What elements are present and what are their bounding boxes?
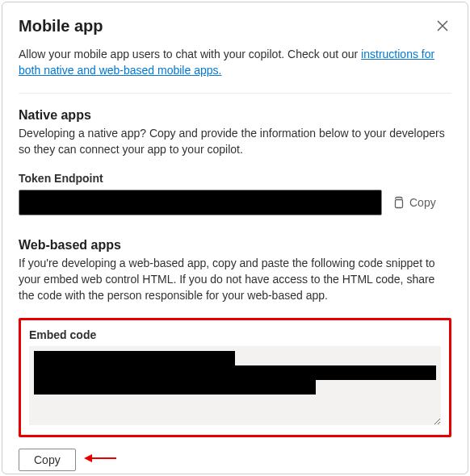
dialog-title: Mobile app	[19, 17, 103, 35]
mobile-app-dialog: Mobile app Allow your mobile app users t…	[2, 2, 468, 474]
divider	[19, 93, 451, 94]
dialog-header: Mobile app	[19, 17, 451, 37]
web-apps-section: Web-based apps If you're developing a we…	[19, 238, 451, 471]
copy-row: Copy	[19, 449, 451, 471]
embed-code-label: Embed code	[29, 328, 441, 341]
close-icon	[437, 20, 448, 31]
svg-marker-2	[84, 454, 92, 462]
web-heading: Web-based apps	[19, 238, 451, 253]
embed-code-textarea[interactable]	[29, 346, 441, 425]
web-description: If you're developing a web-based app, co…	[19, 256, 451, 303]
copy-embed-button[interactable]: Copy	[19, 449, 76, 471]
copy-token-button[interactable]: Copy	[392, 196, 436, 209]
redacted-embed-content	[34, 351, 436, 420]
native-heading: Native apps	[19, 108, 451, 123]
arrow-annotation-icon	[84, 452, 116, 468]
copy-icon	[392, 196, 405, 209]
native-apps-section: Native apps Developing a native app? Cop…	[19, 108, 451, 215]
token-endpoint-input[interactable]	[19, 190, 382, 215]
native-description: Developing a native app? Copy and provid…	[19, 126, 451, 157]
embed-code-highlight: Embed code	[19, 318, 451, 437]
intro-text: Allow your mobile app users to chat with…	[19, 47, 451, 78]
svg-rect-0	[396, 200, 403, 208]
token-endpoint-label: Token Endpoint	[19, 172, 451, 185]
copy-token-label: Copy	[409, 196, 436, 209]
token-row: Copy	[19, 190, 451, 215]
intro-text-before: Allow your mobile app users to chat with…	[19, 48, 361, 61]
close-button[interactable]	[434, 17, 451, 37]
